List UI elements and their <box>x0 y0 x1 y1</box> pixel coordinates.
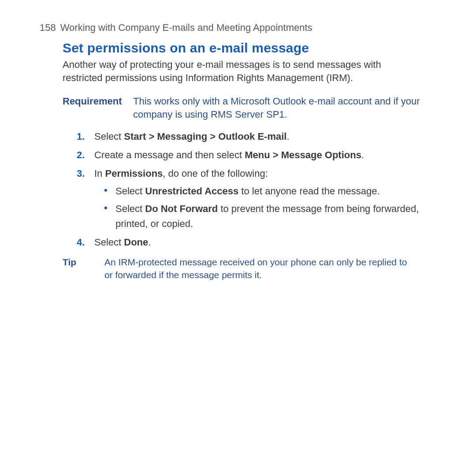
step-3: In Permissions, do one of the following:… <box>92 166 436 231</box>
requirement-body: This works only with a Microsoft Outlook… <box>133 95 436 121</box>
running-header: 158Working with Company E-mails and Meet… <box>40 22 436 33</box>
ui-term: Done <box>124 237 148 248</box>
step-1: Select Start > Messaging > Outlook E-mai… <box>92 129 436 144</box>
steps-list: Select Start > Messaging > Outlook E-mai… <box>71 129 436 250</box>
ui-path: Start > Messaging > Outlook E-mail <box>124 131 286 142</box>
step-3-substeps: Select Unrestricted Access to let anyone… <box>102 184 436 231</box>
page-number: 158 <box>40 22 56 33</box>
step-3-sub-2: Select Do Not Forward to prevent the mes… <box>102 201 436 231</box>
lead-paragraph: Another way of protecting your e-mail me… <box>63 58 415 84</box>
tip-label: Tip <box>63 256 104 281</box>
requirement-label: Requirement <box>63 95 133 121</box>
ui-path: Menu > Message Options <box>245 149 361 160</box>
ui-term: Unrestricted Access <box>145 186 238 197</box>
ui-term: Permissions <box>105 168 163 179</box>
running-title: Working with Company E-mails and Meeting… <box>60 22 312 33</box>
tip-note: Tip An IRM-protected message received on… <box>63 256 436 281</box>
tip-body: An IRM-protected message received on you… <box>104 256 409 281</box>
requirement-note: Requirement This works only with a Micro… <box>63 95 436 121</box>
page: 158Working with Company E-mails and Meet… <box>0 0 476 476</box>
step-4: Select Done. <box>92 235 436 250</box>
step-3-sub-1: Select Unrestricted Access to let anyone… <box>102 184 436 199</box>
ui-term: Do Not Forward <box>145 203 218 214</box>
step-2: Create a message and then select Menu > … <box>92 148 436 163</box>
section-title: Set permissions on an e-mail message <box>63 41 436 56</box>
